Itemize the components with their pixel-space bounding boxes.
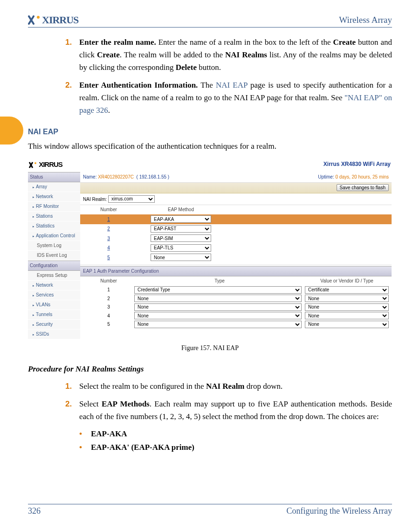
eap-method-select[interactable]: EAP-AKA (151, 215, 211, 223)
auth-param-header: EAP 1 Auth Parameter Configuration (80, 266, 392, 276)
realm-select[interactable]: xirrus.com (108, 195, 155, 203)
eap-row: 4EAP-TLS (80, 243, 392, 253)
eap-number-link[interactable]: 3 (107, 236, 110, 241)
sidebar-item-cfg-network[interactable]: Network (28, 281, 80, 290)
auth-type-select[interactable]: None (134, 303, 302, 311)
sidebar-item-appcontrol[interactable]: Application Control (28, 231, 80, 241)
proc-step-2: 2. Select EAP Methods. Each realm may su… (65, 398, 392, 423)
proc-step-1: 1. Select the realm to be configured in … (65, 380, 392, 392)
step-number: 1. (65, 36, 79, 74)
auth-row: 3NoneNone (80, 303, 392, 312)
sidebar-item-security[interactable]: Security (28, 320, 80, 330)
col-eap-method: EAP Method (134, 206, 227, 213)
save-bar: Save changes to flash (80, 183, 392, 193)
sidebar-config-header: Configuration (28, 261, 80, 271)
bullet-text: EAP-AKA' (EAP-AKA prime) (91, 441, 194, 454)
step-text: Enter the realm name. Enter the name of … (79, 36, 392, 74)
realm-label: NAI Realm: (83, 196, 107, 201)
xirrus-logo: XIRRUS (28, 14, 78, 26)
auth-row: 1Credential TypeCertificate (80, 286, 392, 295)
step-number: 1. (65, 380, 79, 392)
col-number: Number (83, 206, 134, 213)
page-number: 326 (28, 506, 41, 516)
section-intro: This window allows specification of the … (28, 140, 392, 152)
page-footer: 326 Configuring the Wireless Array (28, 504, 392, 516)
uptime-value: 0 days, 20 hours, 25 mins (335, 174, 389, 179)
sidebar-item-ssids[interactable]: SSIDs (28, 330, 80, 339)
eap-table-header: Number EAP Method (80, 205, 392, 214)
sidebar-item-network[interactable]: Network (28, 192, 80, 202)
auth-type-select[interactable]: Credential Type (134, 286, 302, 294)
nai-eap-link[interactable]: NAI EAP (216, 81, 248, 89)
main-content: 1. Enter the realm name. Enter the name … (28, 36, 392, 454)
eap-number-link[interactable]: 1 (107, 217, 110, 222)
sidebar-item-rf[interactable]: RF Monitor (28, 202, 80, 212)
section-heading: NAI EAP (28, 126, 392, 138)
eap-method-select[interactable]: None (151, 254, 211, 261)
auth-value-select[interactable]: Certificate (305, 286, 389, 294)
save-button[interactable]: Save changes to flash (337, 184, 389, 191)
step-number: 2. (65, 79, 79, 117)
eap-number-link[interactable]: 5 (107, 255, 110, 260)
eap-method-select[interactable]: EAP-SIM (151, 234, 211, 242)
bullet-icon: • (79, 441, 91, 454)
step-text: Enter Authentication Information. The NA… (79, 79, 392, 117)
device-name: XR4012802207C (98, 174, 134, 179)
step-2: 2. Enter Authentication Information. The… (65, 79, 392, 117)
auth-value-select[interactable]: None (305, 295, 389, 302)
screenshot-main: Name: XR4012802207C ( 192.168.1.55 ) Upt… (80, 172, 392, 339)
sidebar-item-services[interactable]: Services (28, 290, 80, 300)
uptime-label: Uptime: (318, 174, 334, 179)
procedure-heading: Procedure for NAI Realms Settings (28, 363, 392, 375)
screenshot-header: XIRRUS Xirrus XR4830 WiFi Array (28, 157, 392, 172)
page-header: XIRRUS Wireless Array (28, 14, 392, 28)
step-1: 1. Enter the realm name. Enter the name … (65, 36, 392, 74)
auth-number: 2 (83, 295, 134, 303)
auth-type-select[interactable]: None (134, 312, 302, 319)
auth-value-select[interactable]: None (305, 312, 389, 319)
eap-row: 5None (80, 253, 392, 262)
sidebar-item-vlans[interactable]: VLANs (28, 300, 80, 310)
auth-value-select[interactable]: None (305, 321, 389, 328)
step-number: 2. (65, 398, 79, 423)
sidebar-item-stations[interactable]: Stations (28, 212, 80, 221)
bullet-icon: • (79, 427, 91, 440)
sidebar-item-ids[interactable]: IDS Event Log (28, 251, 80, 261)
col-type: Type (134, 277, 305, 285)
bullet-item: • EAP-AKA (65, 427, 392, 440)
sidebar-item-express[interactable]: Express Setup (28, 271, 80, 281)
eap-number-link[interactable]: 4 (107, 245, 110, 250)
bullet-text: EAP-AKA (91, 427, 127, 440)
auth-number: 5 (83, 321, 134, 328)
header-title: Wireless Array (339, 15, 392, 25)
name-label: Name: (83, 174, 96, 179)
eap-number-link[interactable]: 2 (107, 226, 110, 231)
logo-text: XIRRUS (42, 14, 78, 26)
logo-icon (28, 15, 41, 25)
eap-row: 3EAP-SIM (80, 234, 392, 243)
eap-method-select[interactable]: EAP-FAST (151, 225, 211, 233)
footer-title: Configuring the Wireless Array (287, 506, 392, 516)
auth-table-header: Number Type Value or Vendor ID / Type (80, 276, 392, 286)
eap-method-select[interactable]: EAP-TLS (151, 244, 211, 252)
auth-value-select[interactable]: None (305, 303, 389, 311)
svg-point-0 (37, 16, 40, 19)
sidebar-item-tunnels[interactable]: Tunnels (28, 310, 80, 320)
auth-type-select[interactable]: None (134, 321, 302, 328)
eap-row: 1EAP-AKA (80, 214, 392, 224)
array-model: Xirrus XR4830 WiFi Array (324, 160, 391, 169)
col-number: Number (83, 277, 134, 285)
svg-point-1 (34, 162, 36, 164)
sidebar-item-statistics[interactable]: Statistics (28, 221, 80, 231)
step-text: Select the realm to be configured in the… (79, 380, 392, 392)
figure-caption: Figure 157. NAI EAP (28, 343, 392, 353)
sidebar-item-array[interactable]: Array (28, 182, 80, 192)
sidebar-item-syslog[interactable]: System Log (28, 241, 80, 251)
auth-number: 4 (83, 312, 134, 320)
auth-row: 4NoneNone (80, 311, 392, 320)
document-page: XIRRUS Wireless Array 1. Enter the realm… (0, 0, 420, 454)
sidebar-status-header: Status (28, 172, 80, 182)
auth-type-select[interactable]: None (134, 295, 302, 302)
auth-row: 2NoneNone (80, 294, 392, 303)
auth-row: 5NoneNone (80, 320, 392, 329)
